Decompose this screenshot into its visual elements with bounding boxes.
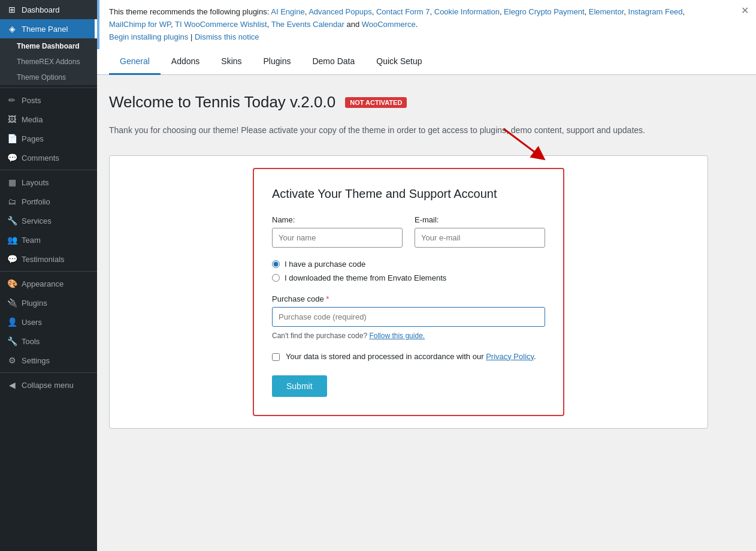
team-icon: 👥 (7, 235, 17, 245)
privacy-policy-link[interactable]: Privacy Policy (486, 352, 534, 361)
plugin-link-advanced-popups[interactable]: Advanced Popups (309, 7, 372, 16)
plugin-link-contact-form[interactable]: Contact Form 7 (376, 7, 430, 16)
required-indicator: * (326, 294, 329, 303)
notice-bar: This theme recommends the following plug… (97, 0, 756, 49)
sidebar-item-testimonials[interactable]: 💬 Testimonials (0, 249, 97, 269)
media-icon: 🖼 (7, 115, 17, 124)
plugin-link-elementor[interactable]: Elementor (589, 7, 624, 16)
privacy-text: Your data is stored and processed in acc… (286, 352, 484, 361)
layouts-icon: ▦ (7, 177, 17, 187)
tab-general[interactable]: General (109, 49, 161, 75)
comments-icon: 💬 (7, 153, 17, 162)
pages-icon: 📄 (7, 134, 17, 143)
collapse-icon: ◀ (7, 380, 17, 390)
dismiss-notice-link[interactable]: Dismiss this notice (195, 32, 259, 41)
email-label: E-mail: (415, 215, 545, 224)
tab-skins[interactable]: Skins (210, 49, 252, 75)
activation-outer-box: Activate Your Theme and Support Account … (109, 155, 708, 429)
sidebar-collapse-button[interactable]: ◀ Collapse menu (0, 375, 97, 395)
tab-quick-setup[interactable]: Quick Setup (365, 49, 433, 75)
notice-close-button[interactable]: ✕ (741, 5, 749, 16)
page-title: Welcome to Tennis Today v.2.0.0 (109, 93, 335, 112)
purchase-code-label: Purchase code * (272, 294, 545, 303)
posts-icon: ✏ (7, 95, 17, 105)
sidebar-item-portfolio[interactable]: 🗂 Portfolio (0, 192, 97, 211)
notice-text: This theme recommends the following plug… (109, 7, 269, 16)
activation-heading: Activate Your Theme and Support Account (272, 187, 545, 201)
radio-purchase-code[interactable]: I have a purchase code (272, 260, 545, 269)
divider1 (0, 88, 97, 88)
name-field: Name: (272, 215, 403, 248)
svg-line-0 (504, 129, 540, 156)
sidebar-item-theme-dashboard[interactable]: Theme Dashboard (0, 38, 97, 54)
tabs-bar: General Addons Skins Plugins Demo Data Q… (97, 49, 756, 75)
privacy-row: Your data is stored and processed in acc… (272, 352, 545, 361)
sidebar-item-plugins[interactable]: 🔌 Plugins (0, 293, 97, 312)
plugin-link-woocommerce[interactable]: WooCommerce (362, 20, 416, 29)
follow-guide-link[interactable]: Follow this guide. (369, 332, 425, 340)
purchase-hint: Can't find the purchase code? Follow thi… (272, 332, 545, 340)
divider4 (0, 372, 97, 373)
page-content: Welcome to Tennis Today v.2.0.0 Not acti… (97, 75, 756, 446)
tab-addons[interactable]: Addons (161, 49, 210, 75)
portfolio-icon: 🗂 (7, 197, 17, 206)
dashboard-icon: ⊞ (7, 5, 17, 14)
plugin-link-mailchimp[interactable]: MailChimp for WP (109, 20, 171, 29)
purchase-code-group: Purchase code * Can't find the purchase … (272, 294, 545, 340)
plugin-link-woocommerce-wishlist[interactable]: TI WooCommerce Wishlist (175, 20, 267, 29)
name-email-row: Name: E-mail: (272, 215, 545, 248)
main-area: This theme recommends the following plug… (97, 0, 756, 551)
radio-envato-elements[interactable]: I downloaded the theme from Envato Eleme… (272, 273, 545, 282)
sidebar-item-theme-panel[interactable]: ◈ Theme Panel (0, 19, 97, 38)
welcome-heading: Welcome to Tennis Today v.2.0.0 Not acti… (109, 93, 738, 112)
plugin-link-ai-engine[interactable]: AI Engine (271, 7, 304, 16)
radio-group: I have a purchase code I downloaded the … (272, 260, 545, 282)
name-label: Name: (272, 215, 403, 224)
name-input[interactable] (272, 228, 403, 248)
content-area: Welcome to Tennis Today v.2.0.0 Not acti… (97, 75, 756, 551)
sidebar-item-appearance[interactable]: 🎨 Appearance (0, 274, 97, 293)
sidebar-submenu-theme: Theme Dashboard ThemeREX Addons Theme Op… (0, 38, 97, 85)
sidebar-item-posts[interactable]: ✏ Posts (0, 91, 97, 110)
sidebar-item-users[interactable]: 👤 Users (0, 312, 97, 332)
divider3 (0, 271, 97, 272)
tab-plugins[interactable]: Plugins (253, 49, 302, 75)
plugin-link-instagram[interactable]: Instagram Feed (628, 7, 683, 16)
sidebar-item-dashboard[interactable]: ⊞ Dashboard (0, 0, 97, 19)
settings-icon: ⚙ (7, 356, 17, 365)
plugin-link-events-calendar[interactable]: The Events Calendar (271, 20, 344, 29)
sidebar-item-media[interactable]: 🖼 Media (0, 110, 97, 129)
tools-icon: 🔧 (7, 336, 17, 346)
sidebar-item-team[interactable]: 👥 Team (0, 230, 97, 249)
tab-demo-data[interactable]: Demo Data (301, 49, 365, 75)
plugins-icon: 🔌 (7, 298, 17, 308)
welcome-description: Thank you for choosing our theme! Please… (109, 124, 648, 137)
users-icon: 👤 (7, 317, 17, 327)
email-field-container: E-mail: (415, 215, 545, 248)
divider2 (0, 170, 97, 170)
submit-button[interactable]: Submit (272, 375, 327, 397)
sidebar-item-themerex-addons[interactable]: ThemeREX Addons (0, 54, 97, 70)
red-arrow-indicator (498, 126, 552, 162)
plugin-link-cookie[interactable]: Cookie Information (434, 7, 500, 16)
sidebar-item-pages[interactable]: 📄 Pages (0, 129, 97, 148)
sidebar: ⊞ Dashboard ◈ Theme Panel Theme Dashboar… (0, 0, 97, 551)
privacy-checkbox[interactable] (272, 353, 280, 361)
purchase-code-input[interactable] (272, 307, 545, 327)
theme-panel-icon: ◈ (7, 24, 17, 34)
activation-form-box: Activate Your Theme and Support Account … (253, 168, 564, 416)
sidebar-item-theme-options[interactable]: Theme Options (0, 70, 97, 85)
sidebar-item-comments[interactable]: 💬 Comments (0, 148, 97, 167)
services-icon: 🔧 (7, 216, 17, 225)
not-activated-badge: Not activated (345, 97, 407, 108)
plugin-link-elegro[interactable]: Elegro Crypto Payment (504, 7, 584, 16)
email-input[interactable] (415, 228, 545, 248)
sidebar-item-tools[interactable]: 🔧 Tools (0, 332, 97, 351)
sidebar-item-services[interactable]: 🔧 Services (0, 211, 97, 230)
sidebar-item-settings[interactable]: ⚙ Settings (0, 351, 97, 370)
testimonials-icon: 💬 (7, 254, 17, 264)
appearance-icon: 🎨 (7, 279, 17, 288)
begin-installing-link[interactable]: Begin installing plugins (109, 32, 188, 41)
sidebar-item-layouts[interactable]: ▦ Layouts (0, 173, 97, 192)
